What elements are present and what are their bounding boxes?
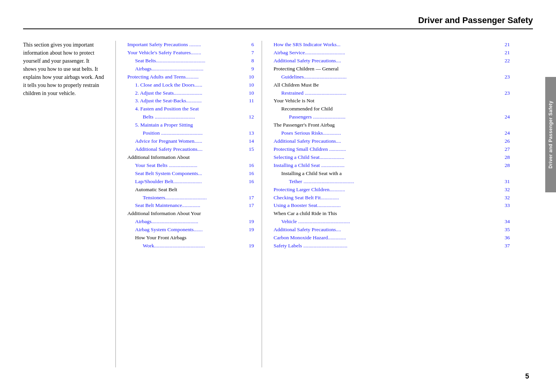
toc-entry[interactable]: 5. Maintain a Proper Sitting bbox=[127, 121, 254, 129]
toc-entry-text: Protecting Children — General bbox=[274, 65, 510, 73]
toc-entry-text: Work....................................… bbox=[143, 242, 249, 250]
toc-entry-text: 3. Adjust the Seat-Backs............ bbox=[135, 97, 249, 105]
toc-entry-text: Airbags.................................… bbox=[135, 218, 249, 226]
toc-entry-dots-page: 28 bbox=[505, 162, 510, 170]
toc-entry-text: Protecting Larger Children............ bbox=[274, 186, 505, 194]
toc-entry[interactable]: Airbags.................................… bbox=[127, 218, 254, 226]
toc-entry[interactable]: 2. Adjust the Seats.....................… bbox=[127, 89, 254, 97]
toc-entry-dots-page: 21 bbox=[505, 41, 510, 49]
toc-entry-dots-page: 26 bbox=[505, 137, 510, 145]
toc-entry[interactable]: Protecting Adults and Teens.......... 10 bbox=[127, 73, 254, 81]
toc-entry[interactable]: Important Safety Precautions ......... 6 bbox=[127, 41, 254, 49]
toc-entry-dots-page: 6 bbox=[251, 41, 254, 49]
toc-entry[interactable]: Safety Labels ..........................… bbox=[274, 242, 510, 250]
toc-entry-dots-page: 12 bbox=[249, 113, 254, 121]
toc-right: How the SRS Indicator Works... 21Airbag … bbox=[262, 41, 533, 367]
toc-entry-dots-page: 10 bbox=[249, 81, 254, 89]
toc-entry-dots-page: 32 bbox=[505, 194, 510, 202]
toc-entry-text: Selecting a Child Seat..................… bbox=[274, 153, 505, 162]
toc-entry[interactable]: Additional Safety Precautions.... 22 bbox=[274, 57, 510, 65]
toc-entry[interactable]: 1. Close and Lock the Doors...... 10 bbox=[127, 81, 254, 89]
toc-entry[interactable]: Poses Serious Risks.............. 24 bbox=[274, 129, 510, 137]
toc-entry-text: How the SRS Indicator Works... bbox=[274, 41, 505, 49]
toc-entry[interactable]: The Passenger's Front Airbag bbox=[274, 121, 510, 129]
toc-entry-dots-page: 27 bbox=[505, 145, 510, 153]
toc-entry[interactable]: Lap/Shoulder Belt...................... … bbox=[127, 178, 254, 186]
toc-entry[interactable]: Guidelines..............................… bbox=[274, 73, 510, 81]
toc-entry[interactable]: Restrained .............................… bbox=[274, 89, 510, 97]
toc-entry-text: Airbag System Components....... bbox=[135, 226, 249, 234]
toc-entry[interactable]: Additional Safety Precautions.... 15 bbox=[127, 145, 254, 153]
toc-entry-text: Vehicle ................................… bbox=[281, 218, 505, 226]
toc-entry-dots-page: 23 bbox=[505, 73, 510, 81]
toc-entry-text: Seat Belt System Components... bbox=[135, 170, 249, 178]
toc-entry[interactable]: When Car a child Ride in This bbox=[274, 210, 510, 218]
toc-entry-dots-page: 34 bbox=[505, 218, 510, 226]
toc-entry[interactable]: Recommended for Child bbox=[274, 105, 510, 113]
toc-entry[interactable]: Tether .................................… bbox=[274, 178, 510, 186]
toc-entry-text: Seat Belts..............................… bbox=[135, 57, 251, 65]
toc-entry-text: Checking Seat Belt Fit.............. bbox=[274, 194, 505, 202]
toc-entry[interactable]: Tensioners..............................… bbox=[127, 194, 254, 202]
toc-entry[interactable]: Your Vehicle is Not bbox=[274, 97, 510, 105]
toc-entry[interactable]: Checking Seat Belt Fit.............. 32 bbox=[274, 194, 510, 202]
toc-entry[interactable]: Advice for Pregnant Women...... 14 bbox=[127, 137, 254, 145]
toc-entry[interactable]: Carbon Monoxide Hazard.............. 36 bbox=[274, 234, 510, 242]
toc-entry[interactable]: All Children Must Be bbox=[274, 81, 510, 89]
toc-entry-text: All Children Must Be bbox=[274, 81, 510, 89]
toc-entry[interactable]: How Your Front Airbags bbox=[127, 234, 254, 242]
toc-entry[interactable]: Position ...............................… bbox=[127, 129, 254, 137]
toc-entry[interactable]: Airbag Service..........................… bbox=[274, 49, 510, 57]
toc-entry[interactable]: How the SRS Indicator Works... 21 bbox=[274, 41, 510, 49]
toc-entry[interactable]: Seat Belts..............................… bbox=[127, 57, 254, 65]
toc-entry[interactable]: Installing a Child Seat ................… bbox=[274, 162, 510, 170]
page-header: Driver and Passenger Safety bbox=[23, 15, 533, 29]
toc-entry[interactable]: Seat Belt System Components... 16 bbox=[127, 170, 254, 178]
toc-entry-dots-page: 17 bbox=[249, 194, 254, 202]
toc-entry[interactable]: Selecting a Child Seat..................… bbox=[274, 153, 510, 162]
toc-entry-dots-page: 10 bbox=[249, 89, 254, 97]
toc-entry[interactable]: Airbags.................................… bbox=[127, 65, 254, 73]
toc-entry-dots-page: 8 bbox=[251, 57, 254, 65]
toc-entry-text: Additional Information About Your bbox=[127, 210, 254, 218]
toc-entry[interactable]: 4. Fasten and Position the Seat bbox=[127, 105, 254, 113]
toc-entry-dots-page: 21 bbox=[505, 49, 510, 57]
toc-entry-dots-page: 13 bbox=[249, 129, 254, 137]
toc-entry[interactable]: Additional Safety Precautions.... 35 bbox=[274, 226, 510, 234]
toc-entry[interactable]: Additional Information About bbox=[127, 153, 254, 162]
toc-entry[interactable]: Automatic Seat Belt bbox=[127, 186, 254, 194]
toc-entry-text: Your Vehicle's Safety Features........ bbox=[127, 49, 251, 57]
toc-entry[interactable]: 3. Adjust the Seat-Backs............ 11 bbox=[127, 97, 254, 105]
toc-entry-dots-page: 22 bbox=[505, 57, 510, 65]
toc-entry[interactable]: Additional Safety Precautions.... 26 bbox=[274, 137, 510, 145]
toc-entry[interactable]: Protecting Small Children ............. … bbox=[274, 145, 510, 153]
toc-entry-dots-page: 9 bbox=[251, 65, 254, 73]
toc-entry-text: 5. Maintain a Proper Sitting bbox=[135, 121, 254, 129]
toc-entry[interactable]: Passengers ......................... 24 bbox=[274, 113, 510, 121]
toc-entry-dots-page: 16 bbox=[249, 162, 254, 170]
sidebar-tab: Driver and Passenger Safety bbox=[545, 77, 556, 192]
toc-entry[interactable]: Installing a Child Seat with a bbox=[274, 170, 510, 178]
toc-entry[interactable]: Protecting Larger Children............ 3… bbox=[274, 186, 510, 194]
toc-entry[interactable]: Using a Booster Seat.................. 3… bbox=[274, 202, 510, 210]
toc-entry[interactable]: Your Seat Belts ...................... 1… bbox=[127, 162, 254, 170]
toc-entry[interactable]: Belts ...............................12 bbox=[127, 113, 254, 121]
toc-entry-dots-page: 15 bbox=[249, 145, 254, 153]
main-content: This section gives you important informa… bbox=[23, 41, 533, 367]
toc-entry-dots-page: 14 bbox=[249, 137, 254, 145]
toc-entry-dots-page: 36 bbox=[505, 234, 510, 242]
toc-entry-text: Recommended for Child bbox=[281, 105, 510, 113]
toc-entry-text: Restrained .............................… bbox=[281, 89, 505, 97]
toc-entry[interactable]: Your Vehicle's Safety Features........ 7 bbox=[127, 49, 254, 57]
toc-entry[interactable]: Vehicle ................................… bbox=[274, 218, 510, 226]
toc-entry-dots-page: 28 bbox=[505, 153, 510, 162]
toc-entry[interactable]: Protecting Children — General bbox=[274, 65, 510, 73]
toc-entry[interactable]: Airbag System Components....... 19 bbox=[127, 226, 254, 234]
toc-entry-text: Installing a Child Seat ................… bbox=[274, 162, 505, 170]
toc-entry[interactable]: Seat Belt Maintenance.............. 17 bbox=[127, 202, 254, 210]
toc-entry[interactable]: Work....................................… bbox=[127, 242, 254, 250]
toc-entry[interactable]: Additional Information About Your bbox=[127, 210, 254, 218]
toc-entry-text: Protecting Small Children ............. bbox=[274, 145, 505, 153]
toc-entry-dots-page: 17 bbox=[249, 202, 254, 210]
toc-entry-text: Additional Information About bbox=[127, 153, 254, 162]
